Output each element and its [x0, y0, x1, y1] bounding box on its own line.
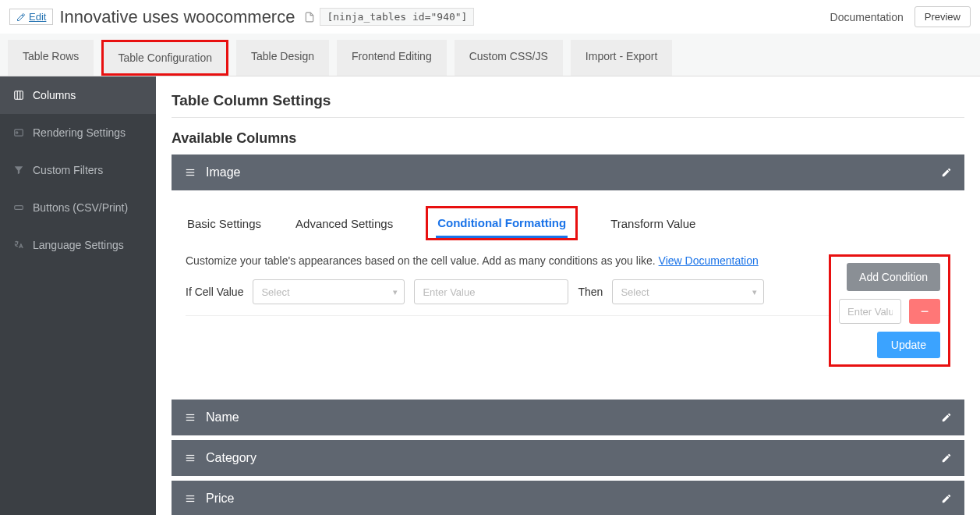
column-name: Category [206, 451, 256, 465]
column-header-image[interactable]: Image [172, 154, 964, 190]
preview-button[interactable]: Preview [915, 6, 971, 27]
rendering-icon [12, 127, 25, 138]
section-subheading: Available Columns [172, 130, 964, 147]
edit-column-icon[interactable] [941, 493, 952, 504]
edit-column-icon[interactable] [941, 412, 952, 423]
view-documentation-link[interactable]: View Documentation [659, 254, 759, 267]
sidebar-item-columns[interactable]: Columns [0, 76, 156, 114]
highlight-box: Conditional Formatting [426, 206, 578, 240]
conditional-description: Customize your table's appearances based… [186, 254, 829, 267]
tab-table-configuration[interactable]: Table Configuration [101, 40, 228, 76]
column-header-name[interactable]: Name [172, 400, 964, 435]
divider [186, 315, 829, 316]
column-header-price[interactable]: Price [172, 481, 964, 515]
documentation-link[interactable]: Documentation [830, 11, 904, 23]
action-value-input[interactable] [839, 299, 901, 324]
sidebar-item-custom-filters[interactable]: Custom Filters [0, 151, 156, 189]
sidebar: Columns Rendering Settings Custom Filter… [0, 76, 156, 515]
shortcode-text[interactable]: [ninja_tables id="940"] [320, 8, 474, 26]
drag-handle-icon[interactable] [184, 493, 196, 504]
add-condition-button[interactable]: Add Condition [847, 263, 940, 291]
columns-icon [12, 90, 25, 101]
sidebar-item-rendering[interactable]: Rendering Settings [0, 114, 156, 151]
operator-select[interactable]: Select ▾ [253, 279, 405, 304]
edit-label: Edit [29, 11, 46, 23]
if-cell-value-label: If Cell Value [186, 286, 243, 298]
pencil-icon [16, 12, 26, 22]
svg-rect-0 [15, 91, 23, 100]
edit-button[interactable]: Edit [9, 9, 53, 25]
column-header-category[interactable]: Category [172, 440, 964, 476]
drag-handle-icon[interactable] [184, 412, 196, 423]
update-button[interactable]: Update [877, 332, 940, 358]
subtab-transform-value[interactable]: Transform Value [609, 211, 697, 236]
drag-handle-icon[interactable] [184, 453, 196, 464]
drag-handle-icon[interactable] [184, 167, 196, 178]
tab-custom-css-js[interactable]: Custom CSS/JS [455, 40, 563, 76]
tab-frontend-editing[interactable]: Frontend Editing [337, 40, 447, 76]
tab-table-rows[interactable]: Table Rows [8, 40, 94, 76]
column-name: Price [206, 492, 234, 506]
sidebar-item-label: Buttons (CSV/Print) [33, 201, 128, 214]
description-text: Customize your table's appearances based… [186, 254, 659, 267]
column-subtabs: Basic Settings Advanced Settings Conditi… [186, 206, 950, 240]
remove-condition-button[interactable]: − [909, 299, 940, 324]
column-name: Image [206, 165, 240, 179]
column-name: Name [206, 410, 239, 424]
main-tabs: Table Rows Table Configuration Table Des… [0, 34, 980, 76]
chevron-down-icon: ▾ [393, 287, 398, 297]
comparison-value-input[interactable] [414, 279, 568, 304]
divider [172, 117, 964, 118]
then-label: Then [578, 286, 603, 298]
subtab-basic-settings[interactable]: Basic Settings [186, 211, 263, 236]
edit-column-icon[interactable] [941, 167, 952, 178]
action-select[interactable]: Select ▾ [612, 279, 764, 304]
sidebar-item-label: Columns [33, 89, 76, 101]
select-placeholder: Select [261, 286, 289, 298]
subtab-conditional-formatting[interactable]: Conditional Formatting [436, 210, 568, 238]
svg-point-4 [16, 132, 18, 133]
filter-icon [12, 165, 25, 176]
svg-rect-5 [15, 206, 23, 210]
section-heading: Table Column Settings [172, 92, 964, 109]
actions-highlight-box: Add Condition − Update [829, 254, 950, 367]
chevron-down-icon: ▾ [752, 287, 757, 297]
sidebar-item-buttons[interactable]: Buttons (CSV/Print) [0, 189, 156, 226]
tab-import-export[interactable]: Import - Export [571, 40, 673, 76]
sidebar-item-label: Rendering Settings [33, 126, 126, 139]
edit-column-icon[interactable] [941, 453, 952, 464]
file-icon [304, 12, 315, 23]
page-title: Innovative uses woocommerce [59, 7, 295, 27]
subtab-advanced-settings[interactable]: Advanced Settings [294, 211, 394, 236]
column-settings-panel: Basic Settings Advanced Settings Conditi… [172, 190, 964, 381]
buttons-icon [12, 202, 25, 213]
sidebar-item-label: Language Settings [33, 239, 124, 251]
tab-table-design[interactable]: Table Design [236, 40, 329, 76]
sidebar-item-language[interactable]: Language Settings [0, 226, 156, 264]
select-placeholder: Select [621, 286, 649, 298]
condition-row: If Cell Value Select ▾ Then Select ▾ [186, 279, 829, 304]
sidebar-item-label: Custom Filters [33, 164, 103, 176]
language-icon [12, 240, 25, 250]
